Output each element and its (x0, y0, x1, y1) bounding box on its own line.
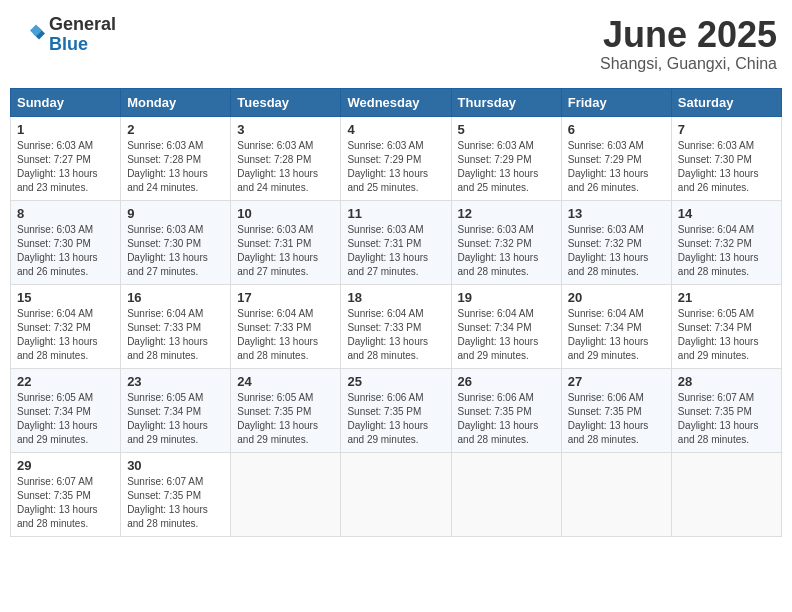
calendar-week-row: 15 Sunrise: 6:04 AMSunset: 7:32 PMDaylig… (11, 284, 782, 368)
calendar-day-cell: 17 Sunrise: 6:04 AMSunset: 7:33 PMDaylig… (231, 284, 341, 368)
calendar-day-cell: 20 Sunrise: 6:04 AMSunset: 7:34 PMDaylig… (561, 284, 671, 368)
month-title: June 2025 (600, 15, 777, 55)
calendar-day-cell: 8 Sunrise: 6:03 AMSunset: 7:30 PMDayligh… (11, 200, 121, 284)
calendar-day-cell (561, 452, 671, 536)
calendar-week-row: 22 Sunrise: 6:05 AMSunset: 7:34 PMDaylig… (11, 368, 782, 452)
day-info: Sunrise: 6:04 AMSunset: 7:33 PMDaylight:… (347, 308, 428, 361)
day-info: Sunrise: 6:04 AMSunset: 7:32 PMDaylight:… (17, 308, 98, 361)
day-info: Sunrise: 6:05 AMSunset: 7:34 PMDaylight:… (678, 308, 759, 361)
calendar-day-cell: 14 Sunrise: 6:04 AMSunset: 7:32 PMDaylig… (671, 200, 781, 284)
day-number: 16 (127, 290, 224, 305)
calendar-day-cell: 24 Sunrise: 6:05 AMSunset: 7:35 PMDaylig… (231, 368, 341, 452)
calendar-week-row: 1 Sunrise: 6:03 AMSunset: 7:27 PMDayligh… (11, 116, 782, 200)
weekday-header: Wednesday (341, 88, 451, 116)
weekday-header: Sunday (11, 88, 121, 116)
weekday-header: Tuesday (231, 88, 341, 116)
calendar-day-cell (341, 452, 451, 536)
calendar-day-cell: 10 Sunrise: 6:03 AMSunset: 7:31 PMDaylig… (231, 200, 341, 284)
day-number: 6 (568, 122, 665, 137)
day-number: 2 (127, 122, 224, 137)
day-number: 23 (127, 374, 224, 389)
calendar-table: SundayMondayTuesdayWednesdayThursdayFrid… (10, 88, 782, 537)
day-number: 19 (458, 290, 555, 305)
calendar-day-cell: 13 Sunrise: 6:03 AMSunset: 7:32 PMDaylig… (561, 200, 671, 284)
day-number: 12 (458, 206, 555, 221)
day-info: Sunrise: 6:04 AMSunset: 7:34 PMDaylight:… (458, 308, 539, 361)
calendar-day-cell (231, 452, 341, 536)
day-number: 9 (127, 206, 224, 221)
day-number: 26 (458, 374, 555, 389)
day-number: 11 (347, 206, 444, 221)
calendar-day-cell: 11 Sunrise: 6:03 AMSunset: 7:31 PMDaylig… (341, 200, 451, 284)
calendar-day-cell: 5 Sunrise: 6:03 AMSunset: 7:29 PMDayligh… (451, 116, 561, 200)
day-info: Sunrise: 6:03 AMSunset: 7:30 PMDaylight:… (678, 140, 759, 193)
calendar-day-cell: 28 Sunrise: 6:07 AMSunset: 7:35 PMDaylig… (671, 368, 781, 452)
day-info: Sunrise: 6:03 AMSunset: 7:30 PMDaylight:… (17, 224, 98, 277)
calendar-day-cell: 6 Sunrise: 6:03 AMSunset: 7:29 PMDayligh… (561, 116, 671, 200)
day-number: 14 (678, 206, 775, 221)
weekday-header: Friday (561, 88, 671, 116)
calendar-day-cell: 26 Sunrise: 6:06 AMSunset: 7:35 PMDaylig… (451, 368, 561, 452)
day-number: 17 (237, 290, 334, 305)
calendar-day-cell: 9 Sunrise: 6:03 AMSunset: 7:30 PMDayligh… (121, 200, 231, 284)
day-number: 18 (347, 290, 444, 305)
day-info: Sunrise: 6:03 AMSunset: 7:32 PMDaylight:… (458, 224, 539, 277)
calendar-day-cell: 29 Sunrise: 6:07 AMSunset: 7:35 PMDaylig… (11, 452, 121, 536)
calendar-day-cell: 2 Sunrise: 6:03 AMSunset: 7:28 PMDayligh… (121, 116, 231, 200)
day-info: Sunrise: 6:07 AMSunset: 7:35 PMDaylight:… (678, 392, 759, 445)
day-number: 7 (678, 122, 775, 137)
day-info: Sunrise: 6:05 AMSunset: 7:34 PMDaylight:… (127, 392, 208, 445)
calendar-day-cell: 18 Sunrise: 6:04 AMSunset: 7:33 PMDaylig… (341, 284, 451, 368)
day-info: Sunrise: 6:05 AMSunset: 7:34 PMDaylight:… (17, 392, 98, 445)
day-number: 24 (237, 374, 334, 389)
calendar-day-cell: 1 Sunrise: 6:03 AMSunset: 7:27 PMDayligh… (11, 116, 121, 200)
calendar-day-cell: 23 Sunrise: 6:05 AMSunset: 7:34 PMDaylig… (121, 368, 231, 452)
day-info: Sunrise: 6:03 AMSunset: 7:29 PMDaylight:… (458, 140, 539, 193)
day-info: Sunrise: 6:03 AMSunset: 7:30 PMDaylight:… (127, 224, 208, 277)
calendar-day-cell: 3 Sunrise: 6:03 AMSunset: 7:28 PMDayligh… (231, 116, 341, 200)
day-info: Sunrise: 6:03 AMSunset: 7:28 PMDaylight:… (237, 140, 318, 193)
day-info: Sunrise: 6:03 AMSunset: 7:28 PMDaylight:… (127, 140, 208, 193)
day-info: Sunrise: 6:05 AMSunset: 7:35 PMDaylight:… (237, 392, 318, 445)
day-info: Sunrise: 6:06 AMSunset: 7:35 PMDaylight:… (347, 392, 428, 445)
day-number: 28 (678, 374, 775, 389)
day-number: 27 (568, 374, 665, 389)
day-info: Sunrise: 6:03 AMSunset: 7:32 PMDaylight:… (568, 224, 649, 277)
calendar-week-row: 8 Sunrise: 6:03 AMSunset: 7:30 PMDayligh… (11, 200, 782, 284)
day-number: 30 (127, 458, 224, 473)
day-info: Sunrise: 6:03 AMSunset: 7:29 PMDaylight:… (568, 140, 649, 193)
calendar-day-cell: 7 Sunrise: 6:03 AMSunset: 7:30 PMDayligh… (671, 116, 781, 200)
day-number: 21 (678, 290, 775, 305)
day-number: 4 (347, 122, 444, 137)
logo-general-text: General (49, 15, 116, 35)
day-info: Sunrise: 6:07 AMSunset: 7:35 PMDaylight:… (17, 476, 98, 529)
day-number: 22 (17, 374, 114, 389)
calendar-day-cell: 25 Sunrise: 6:06 AMSunset: 7:35 PMDaylig… (341, 368, 451, 452)
calendar-day-cell (451, 452, 561, 536)
day-number: 8 (17, 206, 114, 221)
page-header: General Blue June 2025 Shangsi, Guangxi,… (10, 10, 782, 78)
calendar-day-cell: 27 Sunrise: 6:06 AMSunset: 7:35 PMDaylig… (561, 368, 671, 452)
day-info: Sunrise: 6:06 AMSunset: 7:35 PMDaylight:… (458, 392, 539, 445)
day-number: 25 (347, 374, 444, 389)
day-info: Sunrise: 6:04 AMSunset: 7:33 PMDaylight:… (237, 308, 318, 361)
day-info: Sunrise: 6:04 AMSunset: 7:32 PMDaylight:… (678, 224, 759, 277)
day-info: Sunrise: 6:07 AMSunset: 7:35 PMDaylight:… (127, 476, 208, 529)
day-info: Sunrise: 6:03 AMSunset: 7:31 PMDaylight:… (347, 224, 428, 277)
day-info: Sunrise: 6:06 AMSunset: 7:35 PMDaylight:… (568, 392, 649, 445)
calendar-day-cell: 12 Sunrise: 6:03 AMSunset: 7:32 PMDaylig… (451, 200, 561, 284)
day-number: 10 (237, 206, 334, 221)
calendar-week-row: 29 Sunrise: 6:07 AMSunset: 7:35 PMDaylig… (11, 452, 782, 536)
day-info: Sunrise: 6:04 AMSunset: 7:34 PMDaylight:… (568, 308, 649, 361)
weekday-header: Saturday (671, 88, 781, 116)
calendar-day-cell: 19 Sunrise: 6:04 AMSunset: 7:34 PMDaylig… (451, 284, 561, 368)
calendar-day-cell: 30 Sunrise: 6:07 AMSunset: 7:35 PMDaylig… (121, 452, 231, 536)
logo: General Blue (15, 15, 116, 55)
weekday-header: Monday (121, 88, 231, 116)
logo-icon (15, 20, 45, 50)
logo-blue-text: Blue (49, 35, 116, 55)
day-number: 1 (17, 122, 114, 137)
day-info: Sunrise: 6:04 AMSunset: 7:33 PMDaylight:… (127, 308, 208, 361)
calendar-day-cell: 16 Sunrise: 6:04 AMSunset: 7:33 PMDaylig… (121, 284, 231, 368)
day-number: 29 (17, 458, 114, 473)
